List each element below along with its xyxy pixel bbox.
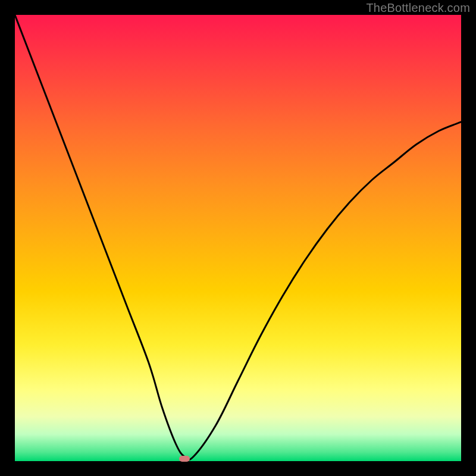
curve-svg <box>15 15 461 461</box>
optimal-point-marker <box>179 456 190 462</box>
bottleneck-curve <box>15 15 461 460</box>
chart-frame: TheBottleneck.com <box>0 0 476 476</box>
watermark-text: TheBottleneck.com <box>366 1 470 15</box>
plot-area <box>15 15 461 461</box>
